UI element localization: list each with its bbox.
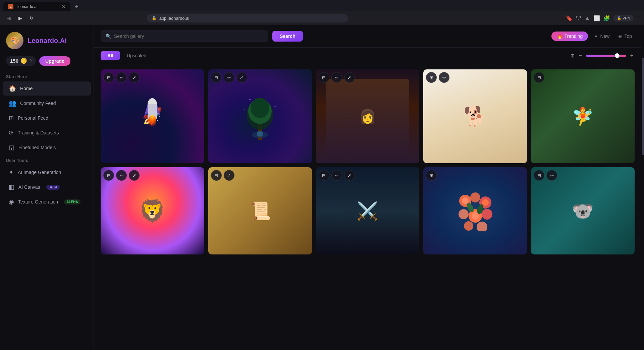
card-use-btn-8[interactable]: ⊞ xyxy=(319,170,329,181)
card-use-btn-1[interactable]: ⊞ xyxy=(103,72,114,83)
community-feed-label: Community Feed xyxy=(20,101,56,106)
gallery-card-4[interactable]: 🐕 ⊞ ✏ xyxy=(423,69,527,163)
gallery-card-8[interactable]: ⚔️ ⊞ ✏ ⤢ xyxy=(316,167,420,254)
credits-help-icon[interactable]: ? xyxy=(29,58,32,63)
sidebar-item-community-feed[interactable]: 👥 Community Feed xyxy=(3,96,91,110)
zoom-plus-btn[interactable]: + xyxy=(629,52,635,59)
content-area: 🔍 Search 🔥 Trending ✦ New ⊕ Top xyxy=(94,25,644,350)
card-edit-btn-6[interactable]: ✏ xyxy=(116,170,127,181)
card-expand-btn-6[interactable]: ⤢ xyxy=(129,170,140,181)
new-tab-btn[interactable]: + xyxy=(72,2,81,11)
sidebar-item-personal-feed[interactable]: ⊞ Personal Feed xyxy=(3,111,91,125)
filter-tab-all[interactable]: All xyxy=(101,51,120,60)
back-btn[interactable]: ◀ xyxy=(4,13,13,23)
sidebar-item-training[interactable]: ⟳ Training & Datasets xyxy=(3,126,91,140)
credits-badge: 150 🪙 ? xyxy=(6,56,36,66)
gallery-card-5[interactable]: 🧚 ⊞ xyxy=(531,69,635,163)
grid-controls: ⊞ − + xyxy=(571,52,635,59)
reload-btn[interactable]: ↻ xyxy=(27,13,36,23)
gallery-card-7[interactable]: 📜 ⊞ ⤢ xyxy=(208,167,312,254)
sidebar-item-ai-canvas[interactable]: ◧ AI Canvas BETA xyxy=(3,180,91,194)
zoom-minus-btn[interactable]: − xyxy=(577,52,583,59)
card-actions-2: ⊞ ✏ ⤢ xyxy=(211,72,247,83)
card-actions-3: ⊞ ✏ ⤢ xyxy=(319,72,355,83)
upgrade-button[interactable]: Upgrade xyxy=(39,56,70,66)
card-use-btn-9[interactable]: ⊞ xyxy=(426,170,437,181)
tab-favicon: L xyxy=(8,4,13,9)
card-expand-btn-1[interactable]: ⤢ xyxy=(129,72,140,83)
card-actions-9: ⊞ xyxy=(426,170,437,181)
search-input-wrap: 🔍 xyxy=(101,31,268,42)
card-use-btn-4[interactable]: ⊞ xyxy=(426,72,437,83)
browser-chrome: L leonardo.ai ✕ + ◀ ▶ ↻ 🔒 app.leonardo.a… xyxy=(0,0,644,25)
card-use-btn-2[interactable]: ⊞ xyxy=(211,72,222,83)
trending-label: Trending xyxy=(565,34,583,39)
card-edit-btn-10[interactable]: ✏ xyxy=(546,170,557,181)
bookmark-icon[interactable]: 🔖 xyxy=(566,15,573,21)
menu-icon[interactable]: ≡ xyxy=(637,15,640,21)
gallery-card-10[interactable]: 🐨 ⊞ ✏ xyxy=(531,167,635,254)
personal-feed-icon: ⊞ xyxy=(9,114,14,122)
card-actions-6: ⊞ ✏ ⤢ xyxy=(103,170,140,181)
gallery-scroll[interactable]: ⊞ ✏ ⤢ xyxy=(94,64,641,350)
active-tab[interactable]: L leonardo.ai ✕ xyxy=(3,2,70,11)
svg-point-9 xyxy=(251,98,269,118)
card-use-btn-6[interactable]: ⊞ xyxy=(103,170,114,181)
card-edit-btn-3[interactable]: ✏ xyxy=(331,72,342,83)
search-button[interactable]: Search xyxy=(272,31,303,42)
card-expand-btn-2[interactable]: ⤢ xyxy=(236,72,247,83)
card-edit-btn-8[interactable]: ✏ xyxy=(331,170,342,181)
sidebar-item-finetuned[interactable]: ◱ Finetuned Models xyxy=(3,140,91,155)
scrollbar-thumb[interactable] xyxy=(642,58,644,155)
nav-buttons: ◀ ▶ ↻ xyxy=(4,13,36,23)
credits-amount: 150 xyxy=(10,58,18,64)
trending-btn[interactable]: 🔥 Trending xyxy=(551,32,588,41)
sort-controls: ⊞ − + xyxy=(571,52,635,59)
slider-thumb xyxy=(615,53,620,58)
card-edit-btn-2[interactable]: ✏ xyxy=(224,72,234,83)
zoom-slider[interactable] xyxy=(586,55,626,57)
svg-point-21 xyxy=(459,209,469,219)
gallery-card-3[interactable]: 👩 ⊞ ✏ ⤢ xyxy=(316,69,420,163)
card-use-btn-3[interactable]: ⊞ xyxy=(319,72,329,83)
gallery-card-6[interactable]: 🦁 ⊞ ✏ ⤢ xyxy=(101,167,204,254)
card-expand-btn-3[interactable]: ⤢ xyxy=(344,72,355,83)
top-btn[interactable]: ⊕ Top xyxy=(615,32,635,40)
card-use-btn-5[interactable]: ⊞ xyxy=(534,72,544,83)
window-icon[interactable]: ⬜ xyxy=(593,15,600,21)
community-feed-icon: 👥 xyxy=(9,100,16,107)
ai-image-icon: ✦ xyxy=(9,169,14,176)
extensions-icon[interactable]: 🧩 xyxy=(603,15,610,21)
card-use-btn-10[interactable]: ⊞ xyxy=(534,170,544,181)
finetuned-label: Finetuned Models xyxy=(18,145,56,150)
shield-icon[interactable]: 🛡 xyxy=(576,15,581,21)
new-btn[interactable]: ✦ New xyxy=(591,32,612,40)
training-icon: ⟳ xyxy=(9,129,14,136)
sidebar-item-home[interactable]: 🏠 Home xyxy=(3,81,91,96)
scrollbar[interactable] xyxy=(641,25,644,350)
ai-image-label: AI Image Generation xyxy=(18,170,61,175)
home-label: Home xyxy=(20,86,33,91)
sidebar-item-ai-image[interactable]: ✦ AI Image Generation xyxy=(3,165,91,179)
personal-feed-label: Personal Feed xyxy=(18,115,48,121)
sidebar-item-texture-gen[interactable]: ◉ Texture Generation ALPHA xyxy=(3,195,91,209)
card-edit-btn-1[interactable]: ✏ xyxy=(116,72,127,83)
vpn-badge[interactable]: 🔒 VPN xyxy=(613,15,634,21)
url-bar[interactable]: 🔒 app.leonardo.ai xyxy=(147,14,348,22)
card-edit-btn-4[interactable]: ✏ xyxy=(439,72,449,83)
card-expand-btn-8[interactable]: ⤢ xyxy=(344,170,355,181)
filter-tabs-row: All Upscaled ⊞ − + xyxy=(94,48,641,64)
gallery-card-9[interactable]: ⊞ xyxy=(423,167,527,254)
gallery-card-1[interactable]: ⊞ ✏ ⤢ xyxy=(101,69,204,163)
triangle-icon[interactable]: ▲ xyxy=(585,15,590,21)
card-expand-btn-7[interactable]: ⤢ xyxy=(224,170,234,181)
svg-point-20 xyxy=(482,199,489,206)
filter-tab-upscaled[interactable]: Upscaled xyxy=(120,51,153,60)
search-input[interactable] xyxy=(114,34,263,39)
card-use-btn-7[interactable]: ⊞ xyxy=(211,170,222,181)
texture-gen-label: Texture Generation xyxy=(18,199,58,205)
forward-btn[interactable]: ▶ xyxy=(15,13,25,23)
gallery-card-2[interactable]: ⊞ ✏ ⤢ xyxy=(208,69,312,163)
grid-layout-icon[interactable]: ⊞ xyxy=(571,53,575,58)
tab-close-btn[interactable]: ✕ xyxy=(62,4,66,9)
